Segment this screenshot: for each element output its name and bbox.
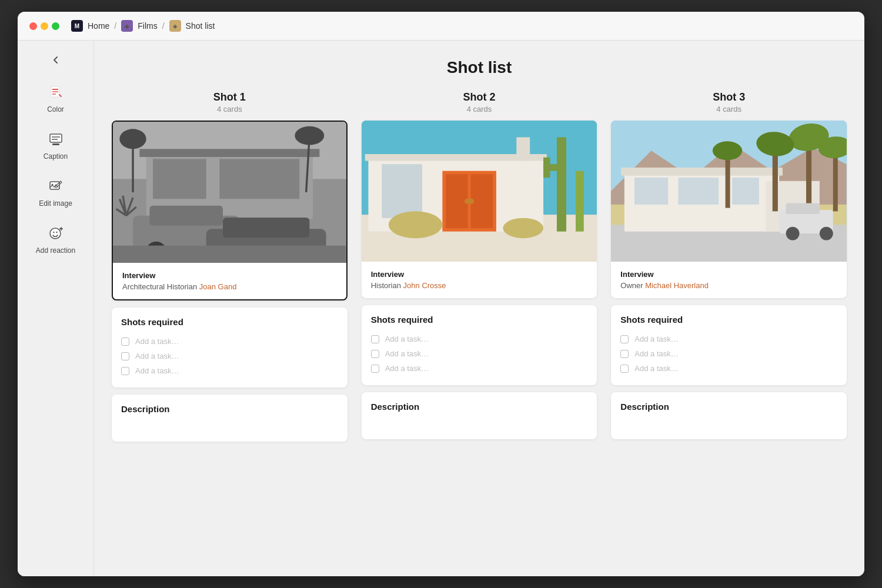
task-item: Add a task… [121, 349, 338, 363]
column-header-shot1: Shot 1 4 cards [112, 91, 348, 113]
main-area: Color Caption [18, 41, 864, 576]
card-image-shot1 [113, 122, 346, 263]
task-checkbox[interactable] [121, 338, 129, 346]
svg-point-10 [50, 228, 61, 239]
column-title-shot3: Shot 3 [611, 91, 847, 103]
task-label: Add a task… [385, 364, 429, 373]
task-item: Add a task… [620, 361, 837, 376]
description-title-shot1: Description [121, 404, 338, 414]
shots-required-shot3: Shots required Add a task… Add a task… A… [611, 305, 847, 385]
close-button[interactable] [29, 22, 37, 30]
svg-rect-61 [621, 168, 783, 176]
sidebar-item-edit-image[interactable]: Edit image [18, 169, 93, 216]
task-item: Add a task… [620, 332, 837, 346]
shots-required-shot2: Shots required Add a task… Add a task… A… [362, 305, 597, 385]
films-icon: ◆ [121, 20, 133, 32]
sidebar: Color Caption [18, 41, 94, 576]
task-item: Add a task… [371, 361, 588, 376]
task-label: Add a task… [135, 352, 179, 360]
card-type-shot2: Interview [371, 270, 588, 279]
maximize-button[interactable] [52, 22, 59, 30]
column-shot2: Shot 2 4 cards [362, 91, 597, 442]
shots-required-title-shot2: Shots required [371, 315, 588, 325]
card-desc-shot1: Architectural Historian Joan Gand [122, 282, 337, 291]
task-checkbox[interactable] [121, 367, 129, 375]
card-type-shot1: Interview [122, 271, 337, 280]
page-title: Shot list [112, 41, 847, 91]
task-checkbox[interactable] [620, 365, 629, 373]
description-title-shot3: Description [620, 402, 837, 412]
sidebar-item-caption[interactable]: Caption [18, 122, 93, 169]
svg-point-11 [53, 232, 54, 233]
svg-point-49 [469, 199, 474, 204]
svg-point-77 [820, 227, 833, 240]
task-label: Add a task… [634, 335, 678, 343]
columns-container: Shot 1 4 cards [112, 91, 847, 442]
task-item: Add a task… [371, 332, 588, 346]
card-link-shot1[interactable]: Joan Gand [199, 282, 237, 291]
content-area: Shot list Shot 1 4 cards [94, 41, 864, 576]
featured-card-shot2[interactable]: Interview Historian John Crosse [362, 121, 597, 298]
card-body-shot3: Interview Owner Michael Haverland [611, 262, 847, 298]
svg-rect-65 [732, 178, 759, 205]
breadcrumb-home[interactable]: Home [88, 21, 109, 31]
column-header-shot2: Shot 2 4 cards [362, 91, 597, 113]
edit-image-icon [46, 177, 65, 196]
description-title-shot2: Description [371, 402, 588, 412]
shots-required-shot1: Shots required Add a task… Add a task… A… [112, 308, 348, 387]
traffic-lights [29, 22, 59, 30]
card-desc-shot3: Owner Michael Haverland [620, 281, 837, 290]
column-title-shot1: Shot 1 [112, 91, 348, 103]
task-item: Add a task… [620, 346, 837, 361]
svg-rect-53 [576, 171, 584, 232]
back-button[interactable] [51, 55, 61, 65]
task-checkbox[interactable] [371, 335, 379, 343]
sidebar-item-add-reaction[interactable]: Add reaction [18, 216, 93, 263]
card-image-shot2 [362, 121, 597, 262]
task-label: Add a task… [385, 335, 429, 343]
svg-rect-63 [634, 178, 668, 205]
breadcrumb-sep-1: / [114, 21, 116, 31]
breadcrumb-films[interactable]: Films [138, 21, 157, 31]
column-subtitle-shot2: 4 cards [362, 105, 597, 113]
task-item: Add a task… [371, 346, 588, 361]
svg-rect-52 [543, 158, 550, 178]
card-body-shot2: Interview Historian John Crosse [362, 262, 597, 298]
svg-point-12 [56, 232, 57, 233]
task-label: Add a task… [385, 349, 429, 358]
app-window: M Home / ◆ Films / ◈ Shot list [18, 12, 864, 576]
card-link-shot2[interactable]: John Crosse [403, 281, 446, 290]
shotlist-icon: ◈ [169, 20, 181, 32]
task-checkbox[interactable] [121, 352, 129, 360]
task-item: Add a task… [121, 363, 338, 378]
card-body-shot1: Interview Architectural Historian Joan G… [113, 263, 346, 299]
card-link-shot3[interactable]: Michael Haverland [645, 281, 709, 290]
description-card-shot1: Description [112, 395, 348, 442]
task-checkbox[interactable] [620, 335, 629, 343]
task-checkbox[interactable] [371, 365, 379, 373]
add-reaction-label: Add reaction [36, 246, 75, 255]
svg-rect-4 [50, 134, 62, 142]
featured-card-shot1[interactable]: Interview Architectural Historian Joan G… [112, 121, 348, 300]
task-item: Add a task… [121, 334, 338, 349]
home-icon: M [71, 20, 83, 32]
sidebar-item-color[interactable]: Color [18, 75, 93, 122]
caption-icon [46, 130, 65, 149]
svg-rect-50 [557, 137, 566, 231]
task-label: Add a task… [135, 337, 179, 346]
featured-card-shot3[interactable]: Interview Owner Michael Haverland [611, 121, 847, 298]
breadcrumb-sep-2: / [162, 21, 165, 31]
color-icon [46, 83, 65, 102]
task-checkbox[interactable] [620, 350, 629, 358]
edit-image-label: Edit image [39, 199, 72, 208]
svg-rect-44 [382, 164, 422, 218]
breadcrumb-shotlist[interactable]: Shot list [186, 21, 215, 31]
breadcrumb: M Home / ◆ Films / ◈ Shot list [71, 20, 215, 32]
column-shot1: Shot 1 4 cards [112, 91, 348, 442]
task-label: Add a task… [135, 366, 179, 375]
titlebar: M Home / ◆ Films / ◈ Shot list [18, 12, 864, 41]
card-image-shot3 [611, 121, 847, 262]
column-subtitle-shot3: 4 cards [611, 105, 847, 113]
task-checkbox[interactable] [371, 350, 379, 358]
minimize-button[interactable] [41, 22, 48, 30]
